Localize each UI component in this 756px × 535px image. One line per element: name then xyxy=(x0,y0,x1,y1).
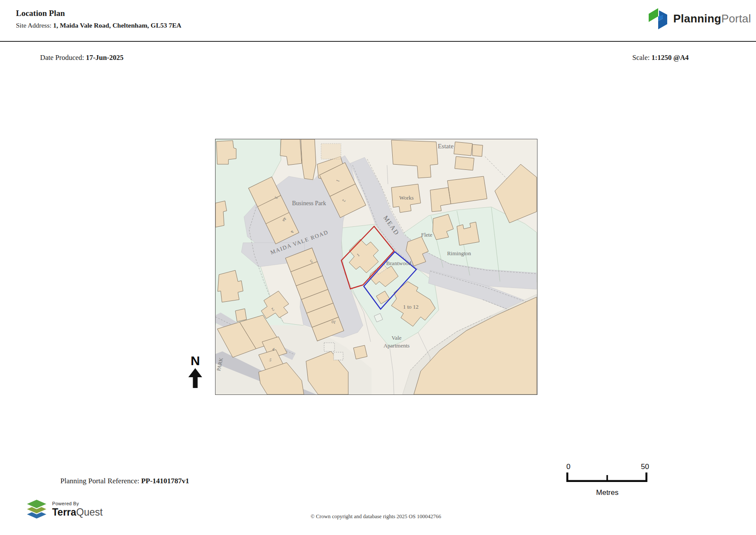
date-value: 17-Jun-2025 xyxy=(86,53,123,62)
site-address: Site Address: 1, Maida Vale Road, Chelte… xyxy=(16,22,181,29)
site-address-label: Site Address: xyxy=(16,22,53,29)
planning-portal-logo: PlanningPortal xyxy=(647,7,751,30)
map-label: Estate xyxy=(438,143,454,150)
location-plan-map: Business ParkEstateWorksMEADFleteRimingt… xyxy=(215,139,537,395)
location-plan-document: Location Plan Site Address: 1, Maida Val… xyxy=(0,0,756,535)
map-label: Business Park xyxy=(292,200,326,206)
scale-bar-end: 50 xyxy=(641,463,649,471)
scale-bar: 0 50 Metres xyxy=(564,461,654,499)
planning-portal-icon xyxy=(647,7,669,30)
map-label: Apartments xyxy=(384,342,410,349)
reference-label: Planning Portal Reference: xyxy=(60,477,141,485)
planning-portal-reference: Planning Portal Reference: PP-14101787v1 xyxy=(60,477,189,485)
date-produced: Date Produced: 17-Jun-2025 xyxy=(40,53,123,62)
copyright-notice: © Crown copyright and database rights 20… xyxy=(215,513,537,520)
page-title: Location Plan xyxy=(16,9,65,18)
north-indicator: N xyxy=(187,354,204,390)
site-address-value: 1, Maida Vale Road, Cheltenham, GL53 7EA xyxy=(53,22,181,29)
terraquest-icon xyxy=(25,498,48,520)
header-divider xyxy=(0,41,756,42)
reference-value: PP-14101787v1 xyxy=(141,477,189,485)
terraquest-wordmark: Powered By TerraQuest xyxy=(52,501,103,517)
terraquest-light: Quest xyxy=(76,507,103,518)
terraquest-bold: Terra xyxy=(52,507,76,518)
brand-light: Portal xyxy=(721,12,751,25)
brand-bold: Planning xyxy=(673,12,721,25)
map-label: 1 to 12 xyxy=(403,303,419,310)
terraquest-logo: Powered By TerraQuest xyxy=(25,498,103,520)
planning-portal-wordmark: PlanningPortal xyxy=(673,12,751,25)
building-dashed xyxy=(321,144,341,159)
map-label: Vale xyxy=(391,335,401,341)
map-canvas: Business ParkEstateWorksMEADFleteRimingt… xyxy=(216,139,537,394)
date-label: Date Produced: xyxy=(40,53,86,62)
scale-value: 1:1250 @A4 xyxy=(651,53,688,62)
map-label: Rimington xyxy=(447,250,471,257)
scale-bar-unit: Metres xyxy=(596,488,619,497)
map-label: Works xyxy=(399,194,414,201)
north-label: N xyxy=(187,354,204,368)
scale-note: Scale: 1:1250 @A4 xyxy=(632,53,689,62)
outbuilding xyxy=(334,352,343,360)
scale-bar-start: 0 xyxy=(566,463,570,471)
map-label: Flete xyxy=(421,232,432,238)
outbuilding xyxy=(324,343,334,351)
map-label: Brantwood xyxy=(386,260,411,266)
north-arrow-icon xyxy=(188,368,203,388)
powered-by-label: Powered By xyxy=(52,501,103,506)
scale-label: Scale: xyxy=(632,53,651,62)
